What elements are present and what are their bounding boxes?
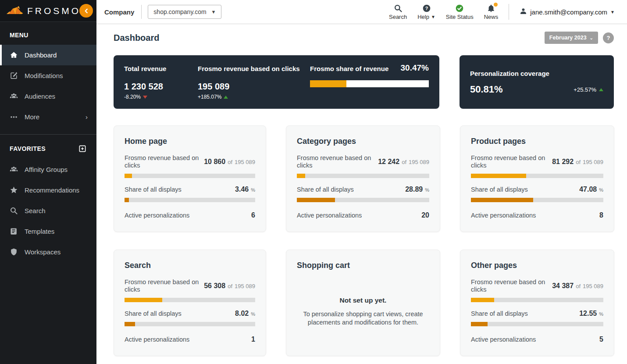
revenue-total: 195 089 [409, 159, 429, 165]
category-pages-card: Category pages Frosmo revenue based on c… [286, 125, 440, 232]
caret-down-icon: ▼ [211, 9, 216, 14]
product-pages-card: Product pages Frosmo revenue based on cl… [460, 125, 614, 232]
help-menu-button[interactable]: ? Help▼ [417, 4, 435, 20]
share-of-revenue-label: Frosmo share of revenue [310, 65, 388, 72]
bell-icon [487, 4, 495, 13]
sidebar-item-templates[interactable]: Templates [0, 221, 96, 242]
card-title: Other pages [471, 261, 603, 270]
share-of-revenue-bar [310, 80, 429, 87]
sidebar-item-more[interactable]: More › [0, 107, 96, 127]
company-label: Company [104, 8, 134, 16]
active-personalizations-value: 20 [421, 211, 429, 219]
revenue-bar [471, 174, 603, 178]
site-status-button[interactable]: Site Status [446, 4, 474, 20]
search-button[interactable]: Search [389, 4, 407, 20]
plus-square-icon [78, 144, 87, 153]
active-personalizations-value: 8 [599, 211, 603, 219]
revenue-metric-value: 12 242 [378, 158, 399, 166]
percent-suffix: % [251, 311, 255, 317]
active-personalizations-label: Active personalizations [125, 212, 189, 219]
active-personalizations-value: 5 [599, 335, 603, 343]
sidebar-item-modifications[interactable]: Modifications [0, 65, 96, 86]
revenue-total: 195 089 [235, 283, 255, 289]
main-area: Company shop.company.com ▼ Search ? Hel [96, 0, 627, 364]
revenue-metric-label: Frosmo revenue based on clicks [471, 278, 552, 293]
add-favorite-button[interactable] [78, 144, 87, 153]
question-circle-icon: ? [422, 4, 431, 13]
revenue-bar [125, 298, 255, 302]
active-personalizations-value: 6 [251, 211, 255, 219]
percent-suffix: % [425, 187, 429, 193]
sidebar-item-audiences[interactable]: Audiences [0, 86, 96, 107]
sidebar-collapse-button[interactable] [79, 4, 93, 18]
coverage-value: 50.81% [470, 84, 503, 95]
active-personalizations-value: 1 [251, 335, 255, 343]
site-status-label: Site Status [446, 14, 474, 20]
topbar-actions: Search ? Help▼ Site Status [389, 4, 615, 20]
search-pages-card: Search Frosmo revenue based on clicks 56… [114, 250, 266, 356]
logo-bar: FROSMO [0, 0, 96, 22]
active-personalizations-label: Active personalizations [297, 212, 362, 219]
other-pages-card: Other pages Frosmo revenue based on clic… [460, 250, 614, 356]
shield-icon [10, 248, 18, 256]
trend-up-icon [599, 88, 603, 91]
frosmo-fox-icon [6, 6, 25, 16]
frosmo-revenue-value: 195 089 [198, 82, 310, 92]
shopping-cart-card: Shopping cart Not set up yet. To persona… [286, 250, 440, 356]
total-revenue-change: -8.20% [124, 94, 141, 100]
personalization-coverage-card: Personalization coverage 50.81% +25.57% [460, 55, 614, 109]
sidebar-item-label: Workspaces [25, 248, 61, 256]
sidebar-item-label: Affinity Groups [25, 166, 68, 173]
news-button[interactable]: News [484, 4, 499, 20]
trend-up-icon [224, 96, 228, 99]
share-bar [471, 322, 603, 326]
share-bar [125, 322, 255, 326]
of-label: of [228, 159, 232, 165]
star-icon [10, 186, 18, 194]
caret-down-icon: ▼ [610, 10, 615, 14]
card-title: Home page [125, 137, 255, 146]
check-circle-icon [455, 4, 464, 13]
chevron-left-icon [83, 8, 89, 14]
sidebar-item-recommendations[interactable]: Recommendations [0, 180, 96, 200]
search-icon [10, 207, 18, 215]
share-metric-label: Share of all displays [125, 310, 182, 318]
card-title: Search [125, 261, 255, 270]
revenue-metric-value: 81 292 [552, 158, 574, 166]
revenue-metric-label: Frosmo revenue based on clicks [297, 154, 378, 169]
sidebar-item-dashboard[interactable]: Dashboard [0, 45, 96, 65]
card-title: Product pages [471, 137, 603, 146]
news-label: News [484, 14, 499, 20]
page-title: Dashboard [114, 33, 159, 43]
share-metric-value: 8.02 [235, 310, 249, 318]
sidebar-item-label: More [25, 113, 39, 121]
of-label: of [228, 283, 232, 289]
site-selector-value: shop.company.com [153, 8, 206, 15]
share-metric-value: 3.46 [235, 186, 249, 193]
total-revenue-label: Total revenue [124, 65, 198, 72]
caret-down-icon: ▼ [431, 14, 435, 19]
edit-icon [10, 71, 18, 80]
period-selector-button[interactable]: February 2023 ⌄ [545, 32, 598, 44]
sidebar-item-label: Search [25, 207, 46, 214]
user-menu[interactable]: jane.smith@company.com ▼ [520, 7, 615, 16]
brand-wordmark: FROSMO [27, 6, 81, 16]
revenue-metric-label: Frosmo revenue based on clicks [125, 154, 204, 169]
help-label: Help [417, 14, 429, 20]
revenue-metric-label: Frosmo revenue based on clicks [471, 154, 552, 169]
dashboard-help-button[interactable]: ? [603, 32, 614, 43]
sidebar-item-affinity-groups[interactable]: Affinity Groups [0, 159, 96, 180]
users-icon [10, 165, 18, 174]
share-metric-label: Share of all displays [471, 310, 528, 318]
notification-dot [494, 3, 498, 7]
of-label: of [402, 159, 406, 165]
active-personalizations-label: Active personalizations [471, 336, 536, 343]
active-personalizations-label: Active personalizations [471, 212, 536, 219]
revenue-kpi-card: Total revenue 1 230 528 -8.20% Frosmo re… [114, 55, 439, 109]
coverage-change: +25.57% [574, 86, 596, 93]
site-selector-dropdown[interactable]: shop.company.com ▼ [148, 5, 221, 19]
share-metric-label: Share of all displays [297, 186, 354, 193]
sidebar-item-search[interactable]: Search [0, 200, 96, 221]
share-metric-value: 28.89 [405, 186, 423, 193]
sidebar-item-workspaces[interactable]: Workspaces [0, 242, 96, 262]
